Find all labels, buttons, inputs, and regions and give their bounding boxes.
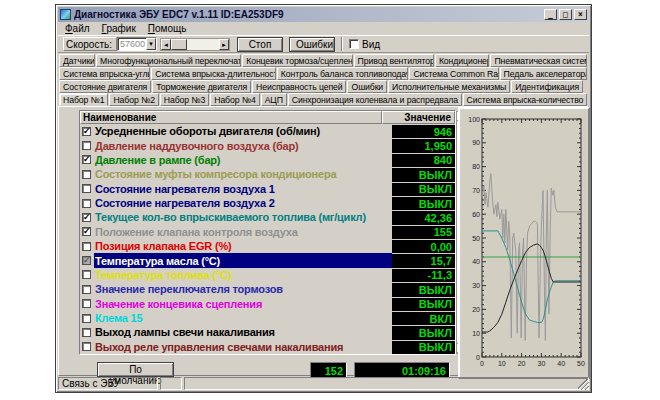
window-buttons: _ □ × bbox=[544, 9, 587, 20]
tab-ацп[interactable]: АЦП bbox=[261, 93, 287, 106]
parameter-label[interactable]: Клема 15 bbox=[94, 311, 392, 325]
tab-синхронизация-коленвала-и-распредвала[interactable]: Синхронизация коленвала и распредвала bbox=[288, 93, 462, 106]
table-row[interactable]: Клема 15ВКЛ bbox=[80, 311, 455, 325]
line-chart: 010203040500102030405060708090100 bbox=[462, 111, 586, 373]
tab-система-common-rail[interactable]: Система Common Rail bbox=[409, 67, 498, 80]
view-checkbox-box[interactable] bbox=[349, 39, 359, 49]
tab-набор-№3[interactable]: Набор №3 bbox=[160, 93, 209, 106]
table-row[interactable]: Выход реле управления свечами накаливани… bbox=[80, 340, 455, 354]
parameter-label[interactable]: Текущее кол-во впрыскиваемого топлива (м… bbox=[94, 210, 392, 224]
parameter-label[interactable]: Давление в рампе (бар) bbox=[94, 153, 392, 167]
table-row[interactable]: Позиция клапана EGR (%)0,00 bbox=[80, 239, 455, 253]
table-row[interactable]: Выход лампы свечи накаливанияВЫКЛ bbox=[80, 325, 455, 339]
parameter-label[interactable]: Значение переключателя тормозов bbox=[94, 282, 392, 296]
scrollbar-thumb[interactable] bbox=[171, 39, 187, 50]
table-row[interactable]: Состояние нагревателя воздуха 2ВЫКЛ bbox=[80, 196, 455, 210]
tab-система-впрыска-углы[interactable]: Система впрыска-углы bbox=[59, 67, 150, 80]
row-checkbox[interactable] bbox=[82, 127, 91, 136]
close-button[interactable]: × bbox=[574, 9, 587, 20]
parameter-label[interactable]: Температура топлива (°C) bbox=[94, 268, 392, 282]
table-row[interactable]: Давление в рампе (бар)840 bbox=[80, 153, 455, 167]
resize-grip[interactable] bbox=[578, 379, 589, 390]
table-row[interactable]: Значение концевика сцепленияВЫКЛ bbox=[80, 297, 455, 311]
table-row[interactable]: Текущее кол-во впрыскиваемого топлива (м… bbox=[80, 210, 455, 224]
table-row[interactable]: Значение переключателя тормозовВЫКЛ bbox=[80, 282, 455, 296]
parameter-label[interactable]: Выход лампы свечи накаливания bbox=[94, 325, 392, 339]
parameter-label[interactable]: Давление наддувочного воздуха (бар) bbox=[94, 138, 392, 152]
menu-item-файл[interactable]: Файл bbox=[60, 23, 95, 34]
parameter-label[interactable]: Положение клапана контроля воздуха bbox=[94, 225, 392, 239]
parameter-label[interactable]: Выход реле управления свечами накаливани… bbox=[94, 340, 392, 354]
tab-исполнительные-механизмы[interactable]: Исполнительные механизмы bbox=[388, 80, 510, 93]
combo-dropdown-icon[interactable]: ▼ bbox=[146, 38, 156, 50]
row-checkbox[interactable] bbox=[82, 141, 91, 150]
tab-состояние-двигателя[interactable]: Состояние двигателя bbox=[59, 80, 151, 93]
row-checkbox[interactable] bbox=[82, 170, 91, 179]
default-button[interactable]: По умолчанию bbox=[97, 362, 174, 377]
parameter-label[interactable]: Состояние нагревателя воздуха 1 bbox=[94, 182, 392, 196]
tab-пневматическая-система[interactable]: Пневматическая система bbox=[490, 54, 587, 67]
speed-value: 57600 bbox=[118, 39, 146, 49]
table-row[interactable]: Температура масла (°C)15,7 bbox=[80, 253, 455, 267]
parameters-table: Наименование Значение Усредненные оборот… bbox=[79, 110, 456, 355]
tab-привод-вентилятора[interactable]: Привод вентилятора bbox=[354, 54, 434, 67]
parameter-value: 0,00 bbox=[392, 239, 455, 253]
parameter-value: -11,3 bbox=[392, 268, 455, 282]
tab-набор-№4[interactable]: Набор №4 bbox=[210, 93, 259, 106]
view-checkbox[interactable]: Вид bbox=[349, 39, 380, 50]
row-checkbox[interactable] bbox=[82, 242, 91, 251]
row-checkbox[interactable] bbox=[82, 299, 91, 308]
table-row[interactable]: Температура топлива (°C)-11,3 bbox=[80, 268, 455, 282]
tab-ошибки[interactable]: Ошибки bbox=[347, 80, 387, 93]
tab-торможение-двигателя[interactable]: Торможение двигателя bbox=[152, 80, 251, 93]
parameter-label[interactable]: Состояние муфты компресора кондиционера bbox=[94, 167, 392, 181]
tab-кондиционер[interactable]: Кондиционер bbox=[435, 54, 489, 67]
row-checkbox[interactable] bbox=[82, 270, 91, 279]
row-checkbox[interactable] bbox=[82, 314, 91, 323]
menu-item-график[interactable]: График bbox=[97, 23, 141, 34]
table-row[interactable]: Состояние нагревателя воздуха 1ВЫКЛ bbox=[80, 182, 455, 196]
speed-scrollbar[interactable]: ◄ ► bbox=[160, 38, 230, 51]
scroll-left-icon[interactable]: ◄ bbox=[161, 39, 171, 50]
tab-контроль-баланса-топливоподачи[interactable]: Контроль баланса топливоподачи bbox=[277, 67, 409, 80]
table-row[interactable]: Положение клапана контроля воздуха155 bbox=[80, 225, 455, 239]
speed-combo[interactable]: 57600 ▼ bbox=[117, 37, 157, 51]
parameter-label[interactable]: Усредненные обороты двигателя (об/мин) bbox=[94, 124, 392, 138]
row-checkbox[interactable] bbox=[82, 199, 91, 208]
row-checkbox[interactable] bbox=[82, 342, 91, 351]
parameter-label[interactable]: Позиция клапана EGR (%) bbox=[94, 239, 392, 253]
svg-text:20: 20 bbox=[472, 306, 480, 313]
tab-концевик-тормоза-сцепления[interactable]: Концевик тормоза/сцепления bbox=[242, 54, 352, 67]
maximize-button[interactable]: □ bbox=[559, 9, 572, 20]
minimize-button[interactable]: _ bbox=[544, 9, 557, 20]
tab-педаль-акселератора[interactable]: Педаль акселератора bbox=[500, 67, 587, 80]
parameter-label[interactable]: Состояние нагревателя воздуха 2 bbox=[94, 196, 392, 210]
tab-идентификация[interactable]: Идентификация bbox=[511, 80, 583, 93]
tab-система-впрыска-количество[interactable]: Система впрыска-количество bbox=[463, 93, 587, 106]
tab-набор-№2[interactable]: Набор №2 bbox=[109, 93, 158, 106]
row-checkbox[interactable] bbox=[82, 184, 91, 193]
row-checkbox[interactable] bbox=[82, 213, 91, 222]
tab-система-впрыска-длительность[interactable]: Система впрыска-длительность bbox=[151, 67, 276, 80]
table-row[interactable]: Давление наддувочного воздуха (бар)1,950 bbox=[80, 138, 455, 152]
scrollbar-track[interactable] bbox=[187, 39, 219, 50]
tab-неисправность-цепей[interactable]: Неисправность цепей bbox=[252, 80, 346, 93]
table-row[interactable]: Состояние муфты компресора кондиционераВ… bbox=[80, 167, 455, 181]
errors-button[interactable]: Ошибки bbox=[289, 37, 335, 52]
row-checkbox[interactable] bbox=[82, 285, 91, 294]
tab-набор-№1[interactable]: Набор №1 bbox=[59, 93, 108, 106]
svg-text:100: 100 bbox=[468, 116, 480, 123]
menu-item-помощь[interactable]: Помощь bbox=[143, 23, 192, 34]
row-checkbox[interactable] bbox=[82, 227, 91, 236]
row-checkbox[interactable] bbox=[82, 155, 91, 164]
row-checkbox[interactable] bbox=[82, 256, 91, 265]
table-row[interactable]: Усредненные обороты двигателя (об/мин)94… bbox=[80, 124, 455, 138]
parameter-label[interactable]: Температура масла (°C) bbox=[94, 253, 392, 267]
stop-button[interactable]: Стоп bbox=[237, 37, 283, 52]
status-panel-3 bbox=[184, 377, 589, 390]
parameter-label[interactable]: Значение концевика сцепления bbox=[94, 297, 392, 311]
tab-многофункциональный-переключатель[interactable]: Многофункциональный переключатель bbox=[96, 54, 241, 67]
tab-датчики[interactable]: Датчики bbox=[59, 54, 95, 67]
row-checkbox[interactable] bbox=[82, 328, 91, 337]
scroll-right-icon[interactable]: ► bbox=[219, 39, 229, 50]
